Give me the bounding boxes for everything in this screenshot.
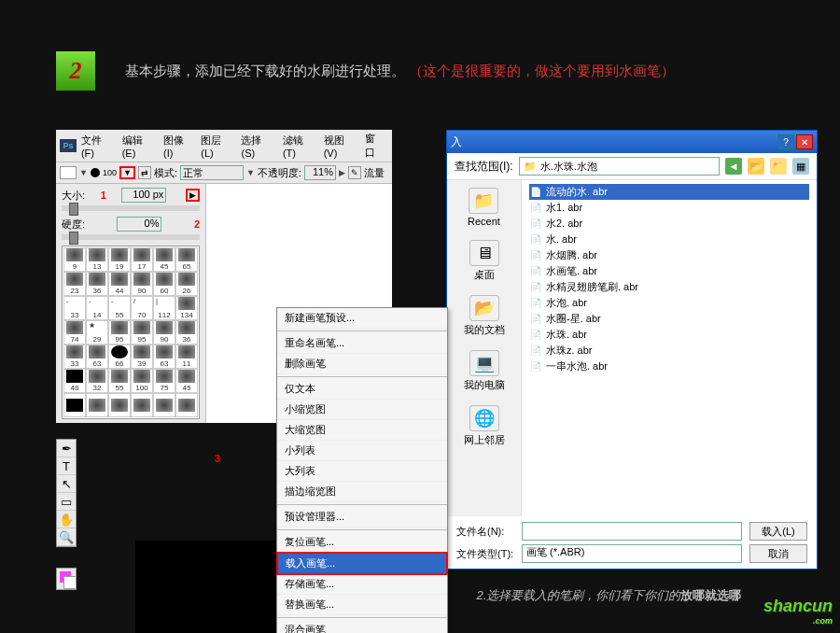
- file-item[interactable]: 📄水画笔. abr: [529, 263, 809, 279]
- brush-preset[interactable]: /70: [131, 296, 153, 320]
- color-swatch[interactable]: [56, 568, 77, 590]
- chevron-down-icon[interactable]: ▼: [79, 168, 88, 177]
- size-slider[interactable]: [62, 205, 200, 211]
- file-item[interactable]: 📄一串水泡. abr: [529, 359, 809, 374]
- cancel-button[interactable]: 取消: [749, 544, 807, 563]
- brush-preset[interactable]: [63, 393, 86, 417]
- brush-preset[interactable]: 39: [131, 345, 153, 369]
- brush-preset[interactable]: 48: [63, 369, 86, 393]
- brush-preset[interactable]: [153, 393, 175, 417]
- brush-preset[interactable]: 90: [153, 320, 175, 345]
- menu-layer[interactable]: 图层(L): [198, 134, 236, 159]
- file-item[interactable]: 📄水泡. abr: [529, 295, 809, 311]
- brush-preset[interactable]: 26: [175, 272, 198, 296]
- chevron-down-icon[interactable]: ▼: [246, 168, 255, 177]
- mode-select[interactable]: 正常: [180, 165, 244, 180]
- brush-preset-dropdown[interactable]: ▼: [119, 166, 135, 179]
- file-item[interactable]: 📄水珠. abr: [529, 327, 809, 343]
- brush-preset[interactable]: 13: [86, 247, 108, 272]
- brush-preset[interactable]: 66: [108, 345, 131, 369]
- brush-preset[interactable]: [131, 393, 153, 417]
- brush-preset[interactable]: 134: [175, 296, 198, 320]
- menu-item[interactable]: 大缩览图: [277, 420, 447, 441]
- back-button[interactable]: ◄: [725, 158, 742, 175]
- menu-item[interactable]: 删除画笔: [277, 354, 447, 374]
- brush-preset[interactable]: -14: [86, 296, 108, 320]
- brush-preset[interactable]: 90: [131, 272, 153, 296]
- menu-item[interactable]: 新建画笔预设...: [277, 308, 447, 329]
- menu-item[interactable]: 小列表: [277, 441, 447, 461]
- menu-item[interactable]: 重命名画笔...: [277, 333, 447, 354]
- menu-item[interactable]: 预设管理器...: [277, 507, 447, 528]
- file-item[interactable]: 📄水1. abr: [529, 200, 809, 216]
- brush-preset[interactable]: 32: [86, 369, 108, 393]
- up-button[interactable]: 📂: [748, 158, 764, 175]
- brush-preset[interactable]: 36: [86, 272, 108, 296]
- brush-presets-grid[interactable]: 91319174565233644906026-33-14-55/70|1121…: [62, 246, 200, 419]
- file-list[interactable]: 📄流动的水. abr📄水1. abr📄水2. abr📄水. abr📄水烟腾. a…: [522, 180, 817, 516]
- type-tool-icon[interactable]: T: [57, 457, 76, 475]
- brush-preset[interactable]: 23: [63, 272, 86, 296]
- brush-preset[interactable]: 19: [108, 247, 131, 272]
- file-item[interactable]: 📄水2. abr: [529, 216, 809, 232]
- file-item[interactable]: 📄流动的水. abr: [529, 184, 809, 200]
- brush-preset[interactable]: 45: [153, 247, 175, 272]
- load-button[interactable]: 载入(L): [749, 522, 807, 541]
- chevron-right-icon[interactable]: ▶: [339, 168, 345, 177]
- brush-preset[interactable]: [175, 393, 198, 417]
- lookin-select[interactable]: 📁 水.水珠.水泡: [519, 157, 720, 176]
- brush-preset[interactable]: 45: [175, 369, 198, 393]
- brush-preset[interactable]: 44: [108, 272, 131, 296]
- filetype-select[interactable]: 画笔 (*.ABR): [522, 544, 742, 563]
- menu-edit[interactable]: 编辑(E): [119, 134, 159, 159]
- menu-filter[interactable]: 滤镜(T): [280, 134, 319, 159]
- hardness-slider[interactable]: [62, 234, 200, 240]
- brush-tool-icon[interactable]: [60, 166, 77, 179]
- brush-preset[interactable]: 65: [175, 247, 198, 272]
- menu-item[interactable]: 复位画笔...: [277, 532, 447, 553]
- menu-item[interactable]: 替换画笔...: [277, 595, 447, 615]
- places-item[interactable]: 📂我的文档: [464, 295, 505, 337]
- menu-window[interactable]: 窗口: [362, 132, 388, 160]
- places-item[interactable]: 📁Recent: [468, 188, 500, 227]
- places-item[interactable]: 🖥桌面: [469, 240, 499, 282]
- brush-preset[interactable]: 95: [131, 320, 153, 345]
- file-item[interactable]: 📄水圈-星. abr: [529, 311, 809, 327]
- brush-preset[interactable]: -33: [63, 296, 86, 320]
- zoom-tool-icon[interactable]: 🔍: [57, 528, 76, 546]
- opacity-input[interactable]: 11%: [304, 165, 336, 180]
- view-menu-button[interactable]: ▦: [792, 158, 809, 175]
- menu-file[interactable]: 文件(F): [78, 134, 118, 159]
- menu-item[interactable]: 大列表: [277, 461, 447, 482]
- menu-view[interactable]: 视图(V): [321, 134, 360, 159]
- brush-preset[interactable]: 33: [63, 345, 86, 369]
- brush-preset[interactable]: [108, 393, 131, 417]
- brush-preset[interactable]: 63: [86, 345, 108, 369]
- file-item[interactable]: 📄水精灵翅膀笔刷. abr: [529, 279, 809, 295]
- hand-tool-icon[interactable]: ✋: [57, 511, 76, 528]
- brush-preset[interactable]: 75: [153, 369, 175, 393]
- help-button[interactable]: ?: [777, 134, 794, 149]
- menu-item[interactable]: 存储画笔...: [277, 574, 447, 595]
- file-item[interactable]: 📄水烟腾. abr: [529, 247, 809, 263]
- menu-item[interactable]: 描边缩览图: [277, 482, 447, 502]
- brush-preset[interactable]: [86, 393, 108, 417]
- brush-preset[interactable]: 95: [108, 320, 131, 345]
- brush-preset[interactable]: 11: [175, 345, 198, 369]
- menu-select[interactable]: 选择(S): [238, 134, 277, 159]
- flyout-menu-button[interactable]: ▶: [186, 189, 200, 202]
- brush-preset[interactable]: 63: [153, 345, 175, 369]
- tablet-icon[interactable]: ✎: [348, 166, 361, 179]
- brush-preset[interactable]: 55: [108, 369, 131, 393]
- swap-icon[interactable]: ⇄: [138, 166, 151, 179]
- shape-tool-icon[interactable]: ▭: [57, 493, 76, 511]
- arrow-tool-icon[interactable]: ↖: [57, 475, 76, 493]
- menu-item[interactable]: 小缩览图: [277, 400, 447, 420]
- brush-preset[interactable]: 60: [153, 272, 175, 296]
- menu-item[interactable]: 载入画笔...: [276, 552, 448, 575]
- brush-preset[interactable]: 74: [63, 320, 86, 345]
- menu-item[interactable]: 混合画笔: [277, 620, 447, 633]
- close-button[interactable]: ✕: [796, 134, 813, 149]
- hardness-input[interactable]: 0%: [117, 217, 161, 232]
- filename-input[interactable]: [522, 522, 742, 541]
